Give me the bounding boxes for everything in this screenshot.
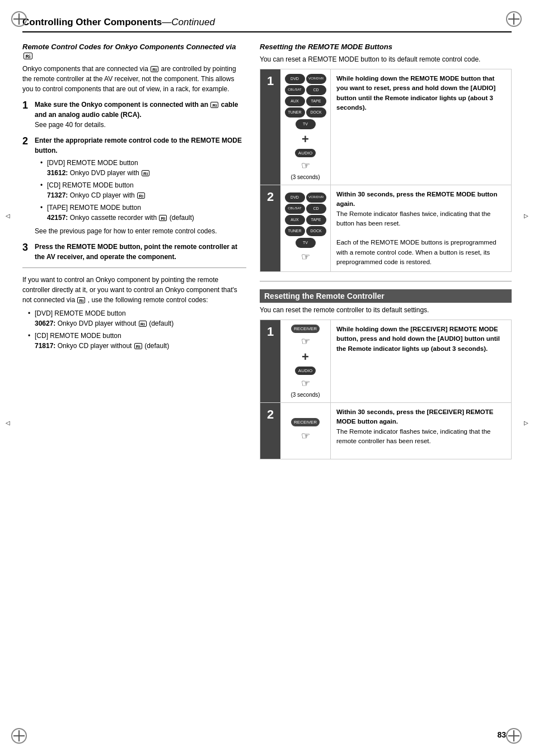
intro-text: Onkyo components that are connected via: [22, 65, 148, 73]
add-bullet-cd-label: [CD] REMOTE MODE button: [35, 332, 121, 340]
remote-mode-step-2-num: 2: [260, 185, 280, 271]
controller-step-2-text: Within 30 seconds, press the [RECEIVER] …: [331, 403, 511, 459]
main-layout: Remote Control Codes for Onkyo Component…: [22, 43, 512, 459]
bullet-dvd-1-label: [DVD] REMOTE MODE button: [47, 159, 138, 167]
seconds-label-1: (3 seconds): [291, 174, 320, 180]
hand-cursor-2: ☞: [301, 251, 310, 263]
hand-cursor-4: ☞: [301, 377, 310, 389]
btn-tuner-1: TUNER: [285, 107, 305, 118]
remote-mode-step-box: 1 DVD VCR/DVR CBL/SAT CD AUX TAPE TUNER: [260, 69, 512, 272]
btn-tv-1: TV: [296, 119, 316, 129]
corner-circle-tl: [11, 11, 27, 27]
hand-cursor-5: ☞: [301, 430, 310, 442]
btn-dock-2: DOCK: [306, 226, 326, 236]
add-bullet-cd-desc: Onkyo CD player without: [58, 342, 132, 350]
step-2-content: Enter the appropriate remote control cod…: [35, 135, 246, 236]
page-title-continued: —Continued: [162, 17, 215, 27]
bullet-tape-1-code: 42157:: [47, 214, 68, 222]
step-1-note: See page 40 for details.: [35, 121, 106, 129]
side-marker-left-2: ◁: [6, 420, 10, 426]
seconds-label-2: (3 seconds): [291, 392, 320, 398]
side-marker-left-1: ◁: [6, 213, 10, 219]
btn-cd-1: CD: [306, 85, 326, 95]
bullet-tape-1-desc: Onkyo cassette recorder with: [70, 214, 157, 222]
bullet-cd-1-code: 71327:: [47, 191, 68, 199]
controller-step-1-num: 1: [260, 320, 280, 402]
remote-mode-step-1-visual: DVD VCR/DVR CBL/SAT CD AUX TAPE TUNER DO…: [280, 69, 331, 185]
step-3-content: Press the REMOTE MODE button, point the …: [35, 242, 246, 262]
btn-aux-1: AUX: [285, 96, 305, 106]
step-3: 3 Press the REMOTE MODE button, point th…: [22, 242, 246, 262]
corner-mark-bottom-right: [506, 728, 523, 745]
page-number: 83: [497, 730, 506, 739]
corner-cross-tl: [13, 13, 25, 25]
ri-inline-intro: Ri: [151, 66, 158, 72]
corner-circle-br: [506, 728, 522, 744]
add-bullet-dvd-suffix: (default): [149, 320, 174, 327]
hand-cursor-1: ☞: [301, 159, 310, 172]
step-2: 2 Enter the appropriate remote control c…: [22, 135, 246, 236]
reset-remote-mode-title: Resetting the REMOTE MODE Buttons: [260, 43, 512, 51]
step-2-bullets: [DVD] REMOTE MODE button 31612: Onkyo DV…: [35, 158, 246, 223]
btn-vcr-1: VCR/DVR: [306, 74, 326, 84]
bullet-tape-1: [TAPE] REMOTE MODE button 42157: Onkyo c…: [40, 203, 246, 223]
reset-remote-mode-title-text: Resetting the REMOTE MODE Buttons: [260, 43, 392, 51]
remote-mode-step-1-text-content: While holding down the REMOTE MODE butto…: [336, 75, 495, 111]
controller-step-2-visual: RECEIVER ☞: [280, 403, 331, 459]
controller-step-1-text-content: While holding down the [RECEIVER] REMOTE…: [336, 326, 500, 352]
bullet-dvd-1-desc: Onkyo DVD player with: [70, 169, 139, 177]
btn-aux-2: AUX: [285, 215, 305, 225]
add-bullet-dvd: [DVD] REMOTE MODE button 30627: Onkyo DV…: [28, 308, 246, 328]
ri-inline-b3: Ri: [159, 215, 167, 221]
controller-step-box: 1 RECEIVER ☞ + AUDIO ☞ (3 seconds) While…: [260, 320, 512, 459]
left-section-intro: Onkyo components that are connected via …: [22, 64, 246, 94]
step-1-number: 1: [22, 100, 35, 112]
corner-mark-top-right: [506, 11, 523, 28]
corner-mark-bottom-left: [11, 728, 28, 745]
right-divider: [260, 281, 512, 281]
step-1-content: Make sure the Onkyo component is connect…: [35, 100, 246, 130]
btn-dvd-1: DVD: [285, 74, 305, 84]
step-2-number: 2: [22, 135, 35, 148]
corner-circle-bl: [11, 728, 27, 744]
btn-tape-2: TAPE: [306, 215, 326, 225]
plus-icon-1: +: [302, 132, 309, 147]
hand-cursor-3: ☞: [301, 335, 310, 348]
page-header: Controlling Other Components—Continued: [22, 17, 512, 32]
additional-section: If you want to control an Onkyo componen…: [22, 275, 246, 351]
add-rest: , use the following remote control codes…: [88, 296, 208, 304]
ri-inline-step1: Ri: [210, 102, 218, 108]
remote-mode-step-2-detail2: Each of the REMOTE MODE buttons is prepr…: [336, 239, 496, 265]
remote-mode-step-2-detail: The Remote indicator flashes twice, indi…: [336, 210, 491, 227]
bullet-cd-1-desc: Onkyo CD player with: [70, 191, 135, 199]
side-marker-right-2: ▷: [524, 420, 528, 426]
left-section-title: Remote Control Codes for Onkyo Component…: [22, 43, 246, 59]
ri-inline-b1: Ri: [142, 170, 149, 176]
left-divider: [22, 267, 246, 268]
add-bullet-cd-code: 71817:: [35, 342, 55, 350]
receiver-btn-2: RECEIVER: [291, 418, 320, 426]
remote-mode-step-1-text: While holding down the REMOTE MODE butto…: [331, 69, 511, 185]
receiver-btn-1: RECEIVER: [291, 325, 320, 333]
reset-controller-section: Resetting the Remote Controller You can …: [260, 289, 512, 459]
ri-inline-add-cd: Ri: [134, 343, 142, 349]
controller-step-1-row: 1 RECEIVER ☞ + AUDIO ☞ (3 seconds) While…: [260, 320, 511, 403]
remote-mode-step-2-row: 2 DVD VCR/DVR CBL/SAT CD AUX TAPE TUNER …: [260, 185, 511, 271]
corner-cross-tr: [508, 13, 519, 25]
controller-step-2-row: 2 RECEIVER ☞ Within 30 seconds, press th…: [260, 403, 511, 459]
step-1: 1 Make sure the Onkyo component is conne…: [22, 100, 246, 130]
ri-icon-title: Ri: [24, 53, 32, 59]
additional-intro-text: If you want to control an Onkyo componen…: [22, 275, 246, 305]
reset-remote-mode-section: Resetting the REMOTE MODE Buttons You ca…: [260, 43, 512, 272]
reset-controller-intro: You can reset the remote controller to i…: [260, 305, 512, 315]
controller-step-1-text: While holding down the [RECEIVER] REMOTE…: [331, 320, 511, 402]
corner-cross-bl: [13, 730, 25, 741]
audio-btn-1: AUDIO: [295, 149, 316, 157]
btn-tv-2: TV: [296, 238, 316, 248]
controller-step-2-num: 2: [260, 403, 280, 459]
add-bullet-dvd-code: 30627:: [35, 320, 55, 327]
btn-cbl-2: CBL/SAT: [285, 204, 305, 214]
ri-inline-add: Ri: [77, 297, 85, 303]
remote-mode-step-1-num: 1: [260, 69, 280, 185]
bullet-dvd-1-code: 31612:: [47, 169, 68, 177]
